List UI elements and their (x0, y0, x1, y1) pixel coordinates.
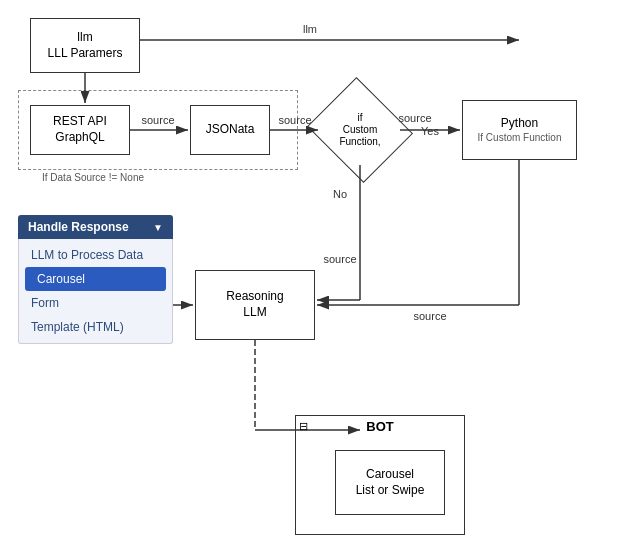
carousel-line1: Carousel (356, 467, 425, 483)
rest-api-box: REST API GraphQL (30, 105, 130, 155)
python-box: Python If Custom Function (462, 100, 577, 160)
dropdown-header-label: Handle Response (28, 220, 129, 234)
jsonata-box: JSONata (190, 105, 270, 155)
dropdown-item-carousel[interactable]: Carousel (25, 267, 166, 291)
llm-line1: llm (48, 30, 123, 46)
llm-box: llm LLL Paramers (30, 18, 140, 73)
source-yes-label: source (398, 112, 431, 124)
python-line1: Python (478, 116, 562, 132)
dropdown-item-form[interactable]: Form (19, 291, 172, 315)
dropdown-arrow-icon: ▼ (153, 222, 163, 233)
dropdown-item-llm[interactable]: LLM to Process Data (19, 243, 172, 267)
dropdown-menu: LLM to Process Data Carousel Form Templa… (18, 239, 173, 344)
bot-label: BOT (295, 419, 465, 434)
python-line2: If Custom Function (478, 131, 562, 144)
reasoning-line2: LLM (226, 305, 283, 321)
diamond-container: ifCustomFunction, (320, 95, 400, 165)
reasoning-line1: Reasoning (226, 289, 283, 305)
source-label-3: source (323, 253, 356, 265)
no-label: No (333, 188, 347, 200)
rest-line2: GraphQL (53, 130, 107, 146)
diamond-text: ifCustomFunction, (320, 95, 400, 165)
rest-line1: REST API (53, 114, 107, 130)
handle-response-dropdown[interactable]: Handle Response ▼ LLM to Process Data Ca… (18, 215, 173, 344)
jsonata-label: JSONata (206, 122, 255, 138)
dropdown-item-template[interactable]: Template (HTML) (19, 315, 172, 339)
carousel-line2: List or Swipe (356, 483, 425, 499)
dashed-label: If Data Source != None (39, 172, 147, 183)
yes-label: Yes (421, 125, 439, 137)
carousel-box: Carousel List or Swipe (335, 450, 445, 515)
llm-line2: LLL Paramers (48, 46, 123, 62)
reasoning-box: Reasoning LLM (195, 270, 315, 340)
diagram-container: llm LLL Paramers If Data Source != None … (0, 0, 626, 555)
llm-arrow-label: llm (303, 23, 317, 35)
dropdown-header[interactable]: Handle Response ▼ (18, 215, 173, 239)
source-label-python: source (413, 310, 446, 322)
